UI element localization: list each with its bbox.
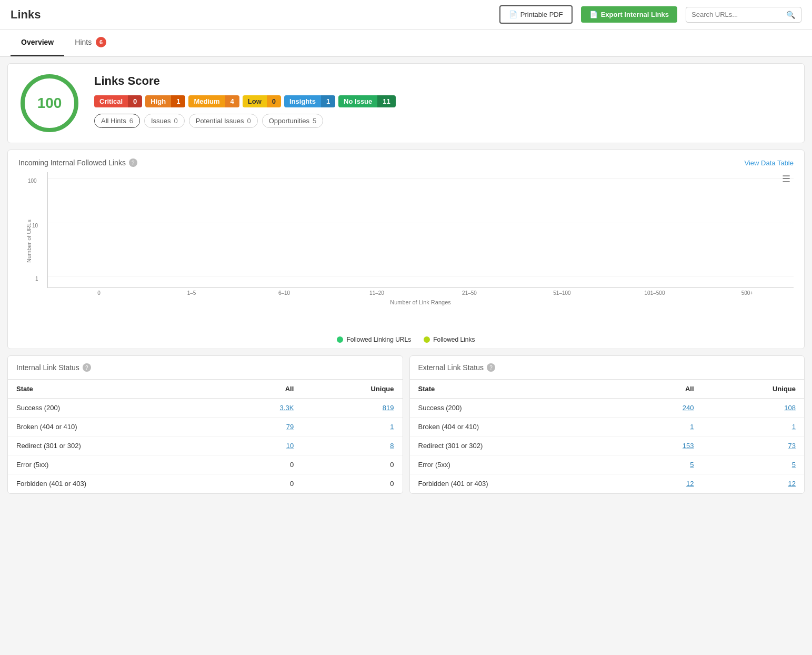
all-link[interactable]: 240 (683, 404, 694, 412)
external-help-icon[interactable]: ? (487, 363, 495, 372)
legend-dot-lime (424, 336, 430, 343)
state-cell: Error (5xx) (410, 455, 631, 474)
chart-help-icon[interactable]: ? (129, 158, 137, 167)
all-cell[interactable]: 5 (630, 455, 703, 474)
all-link[interactable]: 1 (690, 423, 694, 431)
tab-overview-label: Overview (21, 38, 54, 46)
external-link-table: State All Unique Success (200) 240 108 B… (410, 380, 805, 493)
unique-cell[interactable]: 819 (302, 399, 402, 418)
y-tick-100: 100 (28, 178, 37, 184)
tab-overview[interactable]: Overview (11, 29, 64, 56)
all-cell[interactable]: 240 (630, 399, 703, 418)
state-cell: Success (200) (8, 399, 225, 418)
all-link[interactable]: 10 (286, 442, 294, 450)
all-cell[interactable]: 10 (225, 436, 302, 455)
unique-cell[interactable]: 12 (703, 474, 804, 493)
filter-issues-count: 0 (174, 117, 178, 125)
internal-link-status-header: Internal Link Status ? (8, 356, 403, 380)
all-link[interactable]: 153 (683, 442, 694, 450)
unique-link[interactable]: 8 (390, 442, 394, 450)
unique-cell[interactable]: 73 (703, 436, 804, 455)
state-cell: Error (5xx) (8, 455, 225, 474)
state-cell: Forbidden (401 or 403) (410, 474, 631, 493)
export-icon: 📄 (589, 11, 598, 18)
filter-opportunities[interactable]: Opportunities 5 (262, 114, 324, 128)
all-cell[interactable]: 3.3K (225, 399, 302, 418)
badge-low[interactable]: Low 0 (243, 95, 281, 107)
unique-cell: 0 (302, 455, 402, 474)
badge-noissue-count: 11 (377, 95, 395, 107)
unique-link[interactable]: 819 (383, 404, 394, 412)
chart-section: Incoming Internal Followed Links ? View … (7, 150, 805, 349)
score-title: Links Score (94, 74, 791, 88)
state-cell: Broken (404 or 410) (8, 418, 225, 436)
unique-cell[interactable]: 8 (302, 436, 402, 455)
internal-help-icon[interactable]: ? (83, 363, 91, 372)
badge-medium[interactable]: Medium 4 (188, 95, 239, 107)
printable-pdf-button[interactable]: 📄 Printable PDF (499, 5, 573, 24)
legend-label-lime: Followed Links (433, 336, 475, 343)
filter-issues[interactable]: Issues 0 (144, 114, 185, 128)
pdf-label: Printable PDF (520, 11, 563, 18)
unique-link[interactable]: 1 (792, 423, 796, 431)
badge-critical[interactable]: Critical 0 (94, 95, 142, 107)
all-link[interactable]: 5 (690, 461, 694, 469)
table-row: Forbidden (401 or 403) 0 0 (8, 474, 403, 493)
internal-col-state: State (8, 380, 225, 399)
score-info: Links Score Critical 0 High 1 Medium 4 L… (94, 74, 791, 128)
export-internal-links-button[interactable]: 📄 Export Internal Links (581, 6, 677, 23)
bars-container (48, 172, 794, 287)
x-label-101-500: 101–500 (608, 290, 701, 296)
external-col-state: State (410, 380, 631, 399)
unique-link[interactable]: 1 (390, 423, 394, 431)
chart-legend: Followed Linking URLs Followed Links (18, 336, 794, 343)
badge-noissue[interactable]: No Issue 11 (338, 95, 396, 107)
unique-cell: 0 (302, 474, 402, 493)
badge-insights-label: Insights (284, 95, 321, 107)
all-link[interactable]: 12 (686, 480, 694, 488)
badge-high[interactable]: High 1 (145, 95, 185, 107)
external-link-status-header: External Link Status ? (410, 356, 805, 380)
filter-potential-issues[interactable]: Potential Issues 0 (189, 114, 258, 128)
x-label-0: 0 (53, 290, 145, 296)
badge-noissue-label: No Issue (338, 95, 377, 107)
table-row: Redirect (301 or 302) 153 73 (410, 436, 805, 455)
unique-link[interactable]: 12 (788, 480, 796, 488)
unique-link[interactable]: 5 (792, 461, 796, 469)
all-link[interactable]: 79 (286, 423, 294, 431)
filter-opportunities-label: Opportunities (269, 117, 309, 125)
x-axis-label: Number of Link Ranges (47, 299, 794, 305)
badge-low-count: 0 (267, 95, 281, 107)
view-data-table-link[interactable]: View Data Table (745, 159, 794, 167)
filter-all-hints[interactable]: All Hints 6 (94, 114, 140, 128)
internal-col-all: All (225, 380, 302, 399)
unique-cell[interactable]: 108 (703, 399, 804, 418)
y-axis-label: Number of URLs (26, 242, 32, 263)
filter-all-hints-count: 6 (129, 117, 133, 125)
tab-hints[interactable]: Hints 6 (64, 29, 117, 56)
tab-hints-label: Hints (75, 38, 92, 46)
internal-col-unique: Unique (302, 380, 402, 399)
page-title: Links (11, 8, 41, 22)
unique-cell[interactable]: 1 (302, 418, 402, 436)
table-row: Error (5xx) 0 0 (8, 455, 403, 474)
all-cell[interactable]: 12 (630, 474, 703, 493)
badge-high-label: High (145, 95, 171, 107)
all-cell[interactable]: 153 (630, 436, 703, 455)
search-input[interactable] (691, 11, 786, 18)
chart-menu-icon[interactable]: ☰ (782, 174, 790, 184)
unique-link[interactable]: 73 (788, 442, 796, 450)
unique-cell[interactable]: 1 (703, 418, 804, 436)
all-cell[interactable]: 1 (630, 418, 703, 436)
all-cell[interactable]: 79 (225, 418, 302, 436)
internal-link-status-title: Internal Link Status (16, 363, 79, 372)
unique-cell[interactable]: 5 (703, 455, 804, 474)
external-table-header-row: State All Unique (410, 380, 805, 399)
badge-insights[interactable]: Insights 1 (284, 95, 335, 107)
all-link[interactable]: 3.3K (280, 404, 294, 412)
x-label-6-10: 6–10 (238, 290, 330, 296)
table-row: Broken (404 or 410) 79 1 (8, 418, 403, 436)
unique-link[interactable]: 108 (784, 404, 796, 412)
legend-dot-green (337, 336, 343, 343)
y-tick-10: 10 (32, 223, 38, 229)
